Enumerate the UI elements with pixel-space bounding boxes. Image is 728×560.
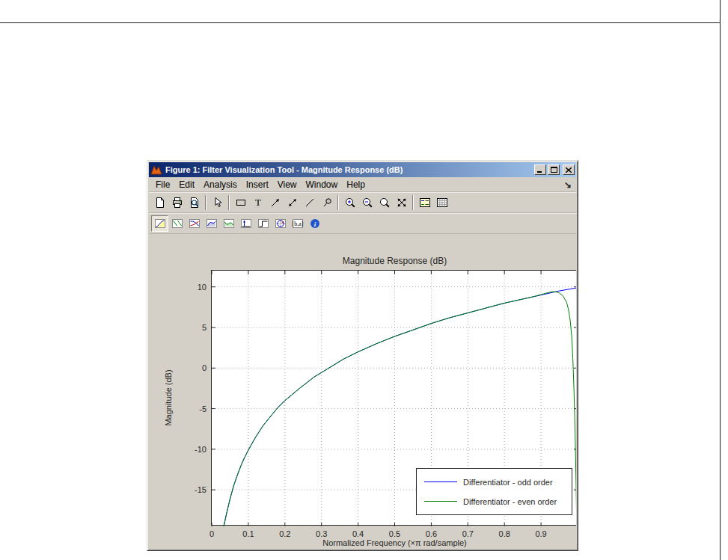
menu-view[interactable]: View xyxy=(274,178,301,191)
insert-line-icon xyxy=(304,197,316,209)
svg-text:0.5: 0.5 xyxy=(389,529,400,538)
svg-text:0: 0 xyxy=(209,529,214,538)
svg-text:10: 10 xyxy=(198,283,207,292)
insert-arrow-icon xyxy=(269,197,281,209)
svg-text:0.9: 0.9 xyxy=(535,529,546,538)
svg-text:0: 0 xyxy=(202,363,207,372)
page: Figure 1: Filter Visualization Tool - Ma… xyxy=(0,0,728,560)
svg-text:5: 5 xyxy=(202,323,207,332)
legend-line-even xyxy=(424,501,457,502)
filter-information-button[interactable]: i xyxy=(306,215,323,232)
phase-delay-icon xyxy=(223,218,235,230)
legend-line-odd xyxy=(424,481,457,482)
svg-text:0.3: 0.3 xyxy=(316,529,327,538)
chart-title: Magnitude Response (dB) xyxy=(212,256,576,266)
insert-arrow-button[interactable] xyxy=(266,194,284,211)
insert-rectangle-icon xyxy=(235,197,247,209)
svg-text:-15: -15 xyxy=(195,485,207,494)
window-title: Figure 1: Filter Visualization Tool - Ma… xyxy=(165,165,534,174)
toolbar-separator xyxy=(228,195,230,210)
minimize-button[interactable] xyxy=(534,164,546,175)
menu-bar: File Edit Analysis Insert View Window He… xyxy=(149,177,576,192)
insert-line-button[interactable] xyxy=(301,194,318,211)
figure-canvas: Magnitude Response (dB) Magnitude (dB) 1… xyxy=(149,234,576,549)
legend-label-even: Differentiator - even order xyxy=(463,497,557,506)
filter-coefficients-icon: [b,a] xyxy=(292,218,304,230)
filter-coefficients-button[interactable]: [b,a] xyxy=(289,215,306,232)
pole-zero-button[interactable] xyxy=(272,215,289,232)
close-button[interactable] xyxy=(563,164,575,175)
legend-label-odd: Differentiator - odd order xyxy=(463,478,553,487)
svg-text:0.1: 0.1 xyxy=(242,529,254,538)
svg-text:0.8: 0.8 xyxy=(499,529,510,538)
full-view-icon xyxy=(396,197,408,209)
x-axis-label: Normalized Frequency (×π rad/sample) xyxy=(212,538,576,547)
menu-insert[interactable]: Insert xyxy=(242,178,272,191)
svg-text:0.2: 0.2 xyxy=(279,529,290,538)
zoom-button[interactable] xyxy=(376,194,393,211)
main-toolbar: T xyxy=(149,192,576,213)
close-icon xyxy=(566,167,572,173)
magnitude-response-button[interactable] xyxy=(151,215,168,232)
print-preview-icon xyxy=(189,197,201,209)
legend-toggle-button[interactable] xyxy=(416,194,433,211)
edit-plot-pointer-button[interactable] xyxy=(209,194,226,211)
new-file-button[interactable] xyxy=(151,194,168,211)
impulse-response-icon xyxy=(240,218,252,230)
print-button[interactable] xyxy=(168,194,186,211)
svg-text:T: T xyxy=(255,197,261,208)
dock-figure-icon[interactable]: ↘ xyxy=(564,179,572,190)
matlab-figure-icon xyxy=(150,164,162,175)
svg-text:[b,a]: [b,a] xyxy=(292,221,303,227)
plot-axes[interactable]: 1050-5-10-1500.10.20.30.40.50.60.70.80.9… xyxy=(211,270,576,526)
magnitude-and-phase-button[interactable] xyxy=(186,215,203,232)
group-delay-button[interactable] xyxy=(203,215,220,232)
svg-text:0.7: 0.7 xyxy=(462,529,474,538)
grid-toggle-icon xyxy=(436,197,448,209)
zoom-out-button[interactable] xyxy=(358,194,376,211)
svg-text:-5: -5 xyxy=(199,404,207,413)
full-view-button[interactable] xyxy=(393,194,410,211)
grid-toggle-button[interactable] xyxy=(433,194,450,211)
legend-box[interactable]: Differentiator - odd order Differentiato… xyxy=(416,468,572,515)
insert-double-arrow-icon xyxy=(287,197,299,209)
group-delay-icon xyxy=(206,218,218,230)
page-border-right xyxy=(720,0,721,560)
analysis-toolbar: [b,a] i xyxy=(149,213,576,234)
edit-plot-pointer-icon xyxy=(212,197,224,209)
print-preview-button[interactable] xyxy=(186,194,203,211)
filter-information-icon: i xyxy=(309,218,321,230)
insert-double-arrow-button[interactable] xyxy=(284,194,301,211)
title-bar[interactable]: Figure 1: Filter Visualization Tool - Ma… xyxy=(149,162,576,177)
menu-edit[interactable]: Edit xyxy=(175,178,198,191)
insert-rectangle-button[interactable] xyxy=(232,194,249,211)
svg-text:-10: -10 xyxy=(195,445,207,454)
insert-text-icon: T xyxy=(252,197,264,209)
toolbar-separator xyxy=(412,195,414,210)
menu-help[interactable]: Help xyxy=(343,178,369,191)
legend-toggle-icon xyxy=(419,197,431,209)
fvtool-window: Figure 1: Filter Visualization Tool - Ma… xyxy=(147,160,578,551)
maximize-icon xyxy=(551,167,557,173)
phase-response-icon xyxy=(171,218,183,230)
insert-text-button[interactable]: T xyxy=(249,194,266,211)
maximize-button[interactable] xyxy=(548,164,560,175)
svg-text:0.4: 0.4 xyxy=(352,529,364,538)
menu-file[interactable]: File xyxy=(152,178,174,191)
menu-window[interactable]: Window xyxy=(302,178,342,191)
phase-response-button[interactable] xyxy=(168,215,186,232)
step-response-button[interactable] xyxy=(254,215,272,232)
pin-to-axes-button[interactable] xyxy=(318,194,335,211)
y-axis-label: Magnitude (dB) xyxy=(164,369,173,425)
page-border-top xyxy=(0,22,721,23)
toolbar-separator xyxy=(205,195,207,210)
menu-analysis[interactable]: Analysis xyxy=(200,178,241,191)
minimize-icon xyxy=(537,167,543,173)
impulse-response-button[interactable] xyxy=(237,215,254,232)
step-response-icon xyxy=(257,218,269,230)
zoom-in-button[interactable] xyxy=(341,194,358,211)
svg-text:0.6: 0.6 xyxy=(426,529,437,538)
window-controls xyxy=(534,164,575,175)
phase-delay-button[interactable] xyxy=(220,215,237,232)
zoom-icon xyxy=(379,197,391,209)
